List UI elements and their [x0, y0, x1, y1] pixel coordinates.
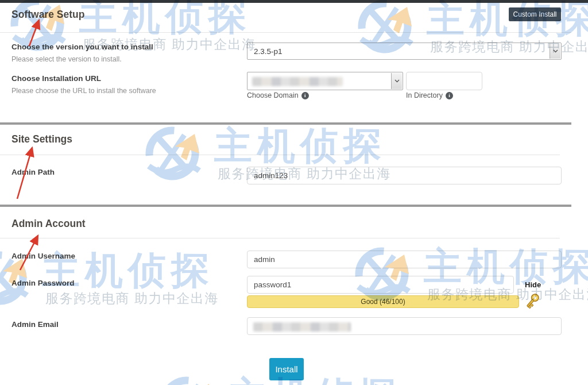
version-select[interactable]: 2.3.5-p1 [247, 43, 562, 60]
directory-caption: In Directory i [406, 91, 453, 99]
redacted-domain-value [252, 77, 343, 86]
software-setup-page: Software Setup Custom Install Choose the… [0, 0, 588, 385]
admin-path-label: Admin Path [11, 168, 55, 176]
watermark-logo-icon [141, 124, 210, 184]
watermark-brand-text: 主机侦探 [79, 0, 252, 43]
chevron-down-icon [550, 44, 560, 59]
admin-account-title: Admin Account [11, 218, 86, 230]
admin-username-label: Admin Username [11, 252, 75, 260]
admin-username-input[interactable] [247, 251, 562, 268]
chevron-down-icon [391, 73, 402, 89]
page-title: Software Setup [11, 9, 84, 21]
domain-caption: Choose Domain i [247, 91, 309, 99]
watermark-brand-text: 主机侦探 [427, 0, 588, 45]
admin-path-input[interactable] [247, 167, 562, 184]
in-directory-input[interactable] [406, 72, 482, 90]
version-select-value: 2.3.5-p1 [254, 47, 283, 56]
info-icon[interactable]: i [301, 92, 309, 99]
hide-password-link[interactable]: Hide [525, 280, 541, 289]
section-divider [0, 122, 571, 125]
password-strength-meter: Good (46/100) [247, 295, 519, 308]
version-label: Choose the version you want to install [11, 43, 153, 51]
version-help: Please select the version to install. [11, 55, 122, 63]
admin-email-input[interactable] [247, 317, 562, 335]
generate-password-key-icon[interactable] [523, 291, 541, 312]
watermark-brand-text: 主机侦探 [229, 370, 401, 385]
install-button[interactable]: Install [269, 358, 304, 380]
watermark-tagline-text: 服务跨境电商 助力中企出海 [45, 290, 219, 307]
admin-password-label: Admin Password [11, 279, 75, 287]
divider [0, 238, 560, 238]
admin-password-input[interactable] [247, 276, 514, 294]
watermark-brand-text: 主机侦探 [214, 120, 386, 172]
divider [0, 155, 560, 155]
domain-select[interactable] [247, 72, 403, 90]
top-border-bar [0, 0, 588, 3]
install-url-label: Choose Installation URL [11, 74, 101, 83]
password-strength-text: Good (46/100) [361, 298, 405, 306]
watermark-logo-icon [155, 374, 224, 385]
info-icon[interactable]: i [446, 92, 453, 99]
admin-email-label: Admin Email [11, 320, 59, 329]
redacted-email-value [253, 322, 351, 332]
install-url-help: Please choose the URL to install the sof… [11, 87, 156, 95]
custom-install-button[interactable]: Custom Install [509, 7, 561, 21]
section-divider [0, 205, 571, 207]
site-settings-title: Site Settings [11, 133, 72, 145]
divider [0, 32, 571, 33]
